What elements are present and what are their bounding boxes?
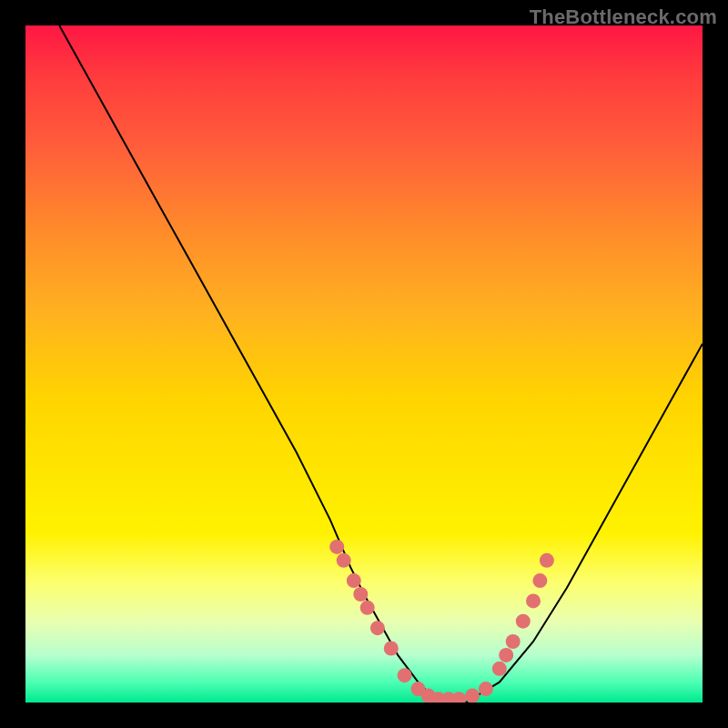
right-cluster-point xyxy=(540,553,554,568)
watermark-text: TheBottleneck.com xyxy=(530,5,717,29)
left-cluster-point xyxy=(337,553,351,568)
bottom-cluster-point xyxy=(465,689,480,703)
right-cluster-point xyxy=(532,573,547,588)
bottom-cluster-point xyxy=(398,668,412,682)
curve-layer xyxy=(25,25,703,703)
left-cluster-point xyxy=(370,621,385,635)
right-cluster-point xyxy=(506,634,521,649)
right-cluster-point xyxy=(516,614,531,629)
left-cluster-point xyxy=(329,540,344,554)
left-cluster-point xyxy=(353,587,368,602)
plot-area xyxy=(25,25,703,703)
chart-frame: TheBottleneck.com xyxy=(0,0,728,728)
right-cluster-point xyxy=(526,593,541,608)
right-cluster-point xyxy=(492,662,507,676)
bottom-cluster-point xyxy=(479,682,493,696)
right-cluster-point xyxy=(499,648,513,662)
left-cluster-point xyxy=(384,642,399,656)
bottom-cluster-point xyxy=(451,692,466,703)
left-cluster-point xyxy=(347,573,361,588)
bottleneck-curve xyxy=(59,25,703,703)
left-cluster-point xyxy=(360,601,375,615)
